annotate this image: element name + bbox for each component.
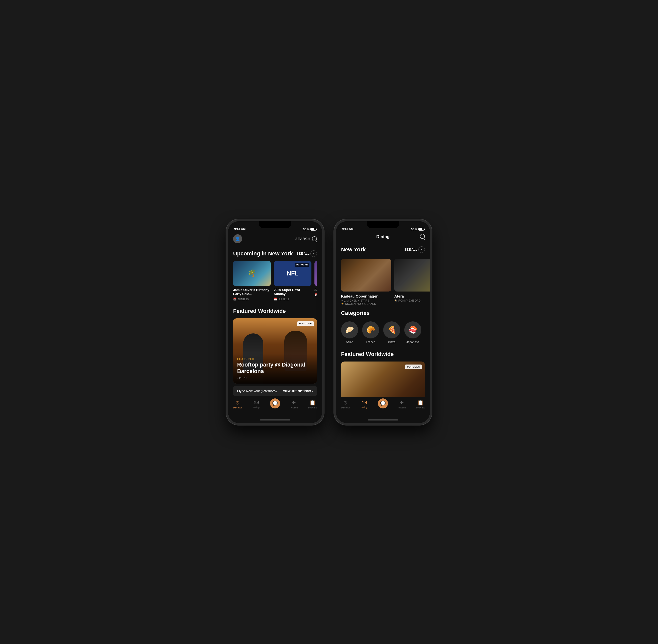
search-icon — [312, 236, 317, 242]
restaurant-card-1[interactable]: Kadeau Copenhagen ✦ 2 MICHELIN STARS 🍳 N… — [341, 259, 391, 306]
tab-aviation-2[interactable]: ✈ Aviation — [392, 400, 411, 409]
phone-1: 9:41 AM 58 % 👤 SEARCH Upcoming — [226, 219, 324, 425]
tab-bar-1: ⊙ Discover 🍽 Dining 💬 ✈ Aviation 📋 Booki… — [228, 397, 322, 417]
event-date-2: 📅 JUNE 19 — [274, 298, 312, 301]
categories-section: Categories 🥟 Asian 🥐 French 🍕 — [336, 306, 430, 347]
event-card-2[interactable]: NFL POPULAR 2020 Super Bowl Sunday 📅 JUN… — [274, 261, 312, 301]
star-icon-1: ✦ — [341, 299, 343, 302]
battery-percent-2: 58 % — [411, 228, 417, 231]
banner-text: Fly to New York (Teterboro) — [237, 389, 277, 393]
featured-dots: · 11 | 12 — [237, 376, 313, 380]
newyork-see-all-label: SEE ALL — [404, 248, 417, 251]
notch — [259, 221, 291, 228]
dining-search-button[interactable] — [420, 234, 425, 240]
bookings-label-2: Bookings — [416, 407, 425, 409]
view-jet-options[interactable]: VIEW JET OPTIONS › — [283, 390, 313, 393]
restaurant-name-2: Atera — [394, 294, 430, 298]
newyork-see-all-circle: › — [418, 246, 425, 253]
restaurant-row[interactable]: Kadeau Copenhagen ✦ 2 MICHELIN STARS 🍳 N… — [336, 259, 430, 306]
event-date-3: 📅 JUNE 19 — [314, 293, 317, 297]
tab-discover-1[interactable]: ⊙ Discover — [228, 400, 247, 409]
bookings-icon-2: 📋 — [417, 400, 424, 406]
see-all-circle: › — [311, 250, 317, 257]
upcoming-see-all[interactable]: SEE ALL › — [296, 250, 317, 257]
avatar[interactable]: 👤 — [233, 234, 242, 243]
dining-icon-1: 🍽 — [254, 400, 259, 406]
categories-row[interactable]: 🥟 Asian 🥐 French 🍕 Pizza 🍣 — [341, 320, 425, 345]
tab-bookings-2[interactable]: 📋 Bookings — [411, 400, 430, 409]
dining-search-icon — [420, 234, 425, 239]
restaurant-stars-1: ✦ 2 MICHELIN STARS — [341, 299, 391, 302]
category-label-pizza: Pizza — [388, 341, 395, 344]
featured-header: Featured Worldwide — [233, 308, 317, 314]
tab-center-2[interactable]: 💬 — [374, 400, 392, 409]
notch-2 — [367, 221, 399, 228]
restaurant-img-bg-1 — [341, 259, 391, 292]
popular-badge-2: POPULAR — [295, 263, 310, 267]
featured-card-1[interactable]: POPULAR FEATURED Rooftop party @ Diagona… — [233, 318, 317, 384]
event-img-bg-3: 🎨 — [314, 261, 317, 286]
tab-dining-2[interactable]: 🍽 Dining — [355, 400, 374, 409]
featured-dining-card[interactable]: POPULAR — [341, 362, 425, 397]
featured-label: FEATURED — [237, 358, 313, 361]
featured-overlay: FEATURED Rooftop party @ Diagonal Barcel… — [233, 354, 317, 384]
battery-icon-2 — [418, 228, 424, 231]
tab-dining-1[interactable]: 🍽 Dining — [247, 400, 266, 409]
center-button-2[interactable]: 💬 — [378, 398, 388, 409]
event-title-2: 2020 Super Bowl Sunday — [274, 288, 312, 297]
calendar-icon-3: 📅 — [314, 293, 317, 297]
restaurant-name-1: Kadeau Copenhagen — [341, 294, 391, 298]
status-right-1: 58 % — [303, 228, 316, 231]
center-button-1[interactable]: 💬 — [270, 398, 280, 409]
event-card-3[interactable]: 🎨 SUPERFL installatio 📅 JUNE 19 — [314, 261, 317, 301]
categories-title: Categories — [341, 310, 370, 316]
app-header-1: 👤 SEARCH — [228, 232, 322, 246]
category-label-asian: Asian — [346, 341, 353, 344]
category-pizza[interactable]: 🍕 Pizza — [383, 321, 400, 344]
newyork-header: New York SEE ALL › — [341, 246, 425, 253]
events-scroll[interactable]: 🌴 Jamie Oliver's Birthday Party Cele... … — [233, 261, 317, 302]
category-french[interactable]: 🥐 French — [362, 321, 379, 344]
tab-bookings-1[interactable]: 📋 Bookings — [303, 400, 322, 409]
search-label: SEARCH — [295, 237, 311, 240]
category-japanese[interactable]: 🍣 Japanese — [404, 321, 421, 344]
phone-2: 9:41 AM 58 % Dining New York — [334, 219, 432, 425]
event-card-1[interactable]: 🌴 Jamie Oliver's Birthday Party Cele... … — [233, 261, 271, 301]
chef-icon-2: 🍳 — [394, 299, 398, 302]
newyork-see-all[interactable]: SEE ALL › — [404, 246, 425, 253]
screen-1: Upcoming in New York SEE ALL › 🌴 Jami — [228, 246, 322, 397]
tab-discover-2[interactable]: ⊙ Discover — [336, 400, 355, 409]
discover-label: Discover — [233, 407, 242, 409]
bottom-banner[interactable]: Fly to New York (Teterboro) VIEW JET OPT… — [233, 386, 317, 396]
category-circle-pizza: 🍕 — [383, 321, 400, 339]
category-label-french: French — [366, 341, 375, 344]
category-circle-asian: 🥟 — [341, 321, 358, 339]
calendar-icon-2: 📅 — [274, 298, 277, 301]
bookings-label-1: Bookings — [308, 407, 317, 409]
home-indicator-2 — [336, 417, 430, 423]
event-img-1: 🌴 — [233, 261, 271, 286]
event-date-1: 📅 JUNE 19 — [233, 298, 271, 301]
status-right-2: 58 % — [411, 228, 424, 231]
newyork-section: New York SEE ALL › — [336, 243, 430, 259]
dining-label-2: Dining — [361, 406, 367, 409]
featured-dining-header: Featured Worldwide — [341, 351, 425, 358]
restaurant-card-2[interactable]: Atera 🍳 RONNY EMBORG — [394, 259, 430, 306]
upcoming-header: Upcoming in New York SEE ALL › — [233, 250, 317, 257]
tab-aviation-1[interactable]: ✈ Aviation — [284, 400, 303, 409]
aviation-icon-1: ✈ — [292, 400, 296, 406]
tab-center-1[interactable]: 💬 — [266, 400, 285, 409]
category-asian[interactable]: 🥟 Asian — [341, 321, 358, 344]
calendar-icon-1: 📅 — [233, 298, 237, 301]
upcoming-title: Upcoming in New York — [233, 250, 293, 257]
bookings-icon-1: 📋 — [310, 400, 316, 406]
featured-badge-1: POPULAR — [297, 321, 314, 326]
discover-icon: ⊙ — [235, 400, 240, 406]
search-button[interactable]: SEARCH — [295, 236, 317, 242]
dining-popular-badge: POPULAR — [405, 365, 422, 369]
category-circle-french: 🥐 — [362, 321, 379, 339]
home-bar-2 — [368, 419, 398, 420]
dining-header: Dining — [336, 232, 430, 243]
discover-icon-2: ⊙ — [343, 400, 347, 406]
home-indicator-1 — [228, 417, 322, 423]
